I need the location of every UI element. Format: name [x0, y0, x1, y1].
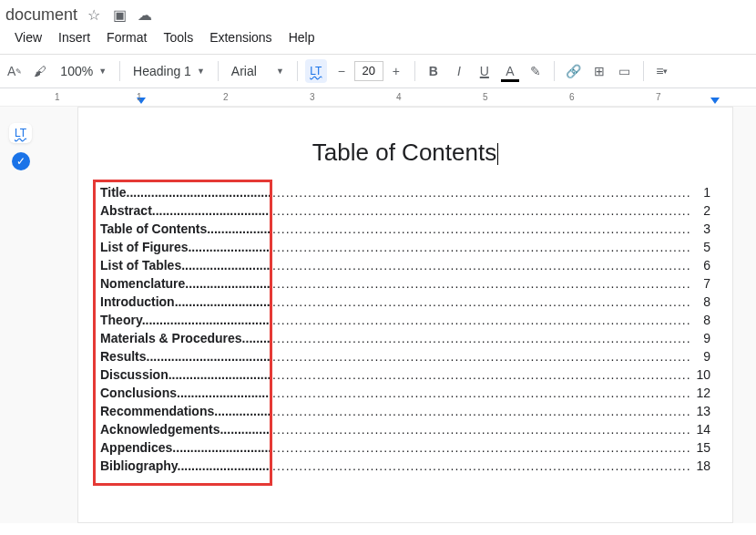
toc-entry-page: 5	[692, 240, 710, 254]
style-select[interactable]: Heading 1▼	[128, 59, 210, 83]
toc-entry-name: Conclusions.............................…	[100, 386, 272, 400]
toc-entry[interactable]: Bibliography............................…	[100, 458, 710, 477]
toc-leader-dots: ........................................…	[272, 240, 692, 254]
toc-entry-page: 3	[692, 221, 710, 236]
ruler-mark: 1	[137, 92, 142, 102]
toc-leader-dots: ........................................…	[272, 349, 692, 364]
toc-entry[interactable]: Title...................................…	[100, 185, 710, 203]
ruler-mark: 7	[656, 92, 661, 102]
align-button[interactable]: ≡ ▾	[651, 59, 673, 83]
toc-entry[interactable]: Recommendations.........................…	[100, 404, 710, 422]
toc-entry[interactable]: List of Figures.........................…	[100, 240, 710, 258]
toc-leader-dots: ........................................…	[272, 203, 692, 218]
font-increase-button[interactable]: +	[385, 59, 407, 83]
bold-button[interactable]: B	[423, 59, 444, 83]
indent-marker-right[interactable]	[710, 98, 720, 104]
move-folder-icon[interactable]: ▣	[110, 6, 128, 24]
comment-button[interactable]: ⊞	[588, 59, 610, 83]
toc-entry-name: Discussion..............................…	[100, 367, 272, 382]
toc-entry-name: Recommendations.........................…	[100, 404, 272, 418]
menu-extensions[interactable]: Extensions	[209, 30, 271, 45]
menu-help[interactable]: Help	[289, 30, 315, 45]
toc-entry-page: 1	[692, 185, 710, 200]
toc-entry-page: 2	[692, 203, 710, 218]
toc-entry-page: 9	[692, 349, 710, 364]
toc-entry-name: Results.................................…	[100, 349, 272, 364]
ruler-mark: 5	[483, 92, 488, 102]
toc-entry[interactable]: Conclusions.............................…	[100, 386, 710, 404]
highlight-button[interactable]: ✎	[525, 59, 547, 83]
ruler-mark: 6	[569, 92, 575, 102]
toc-entry-page: 12	[692, 386, 710, 400]
toc-entry-page: 10	[692, 367, 710, 382]
toc-leader-dots: ........................................…	[272, 221, 692, 236]
spellcheck-icon[interactable]: A✎	[4, 59, 26, 83]
star-icon[interactable]: ☆	[85, 6, 103, 24]
underline-button[interactable]: U	[474, 59, 495, 83]
lt-check-icon[interactable]: ✓	[12, 152, 30, 170]
ruler-mark: 1	[55, 92, 60, 102]
font-decrease-button[interactable]: −	[331, 59, 352, 83]
toc-leader-dots: ........................................…	[272, 422, 692, 437]
page-title[interactable]: Table of Contents	[100, 139, 710, 167]
toc-entry[interactable]: Materials & Procedures..................…	[100, 331, 710, 349]
cloud-icon[interactable]: ☁	[136, 6, 154, 24]
toc-entry-page: 8	[692, 294, 710, 309]
text-color-button[interactable]: A	[499, 59, 521, 83]
toc-entry[interactable]: Introduction............................…	[100, 294, 710, 313]
link-button[interactable]: 🔗	[562, 59, 585, 83]
toc-entry[interactable]: Table of Contents.......................…	[100, 221, 710, 240]
toc-entry[interactable]: Nomenclature............................…	[100, 276, 710, 294]
menu-view[interactable]: View	[15, 30, 42, 45]
toc-entry-name: List of Tables..........................…	[100, 258, 272, 273]
toc-entry[interactable]: Acknowledgements........................…	[100, 422, 710, 440]
toc-entry-name: Appendices..............................…	[100, 440, 272, 455]
toc-entry[interactable]: Discussion..............................…	[100, 367, 710, 386]
toc-entry-name: Abstract................................…	[100, 203, 272, 218]
lt-badge-icon[interactable]: LT	[9, 123, 32, 143]
toc-entry-name: Nomenclature............................…	[100, 276, 272, 291]
text-cursor	[497, 143, 498, 165]
toc-entry-page: 7	[692, 276, 710, 291]
toc-entry-name: Table of Contents.......................…	[100, 221, 272, 236]
menu-insert[interactable]: Insert	[58, 30, 90, 45]
toc-entry[interactable]: Appendices..............................…	[100, 440, 710, 458]
toc-leader-dots: ........................................…	[272, 294, 692, 309]
toc-entry-page: 15	[692, 440, 710, 455]
toc-entry-name: List of Figures.........................…	[100, 240, 272, 254]
paint-format-icon[interactable]: 🖌	[29, 59, 51, 83]
toc-leader-dots: ........................................…	[272, 458, 692, 473]
toc-entry-page: 13	[692, 404, 710, 418]
font-select[interactable]: Arial▼	[226, 59, 290, 83]
menu-format[interactable]: Format	[107, 30, 147, 45]
toc-leader-dots: ........................................…	[272, 258, 692, 273]
document-title[interactable]: document	[5, 5, 77, 25]
toc-entry[interactable]: Results.................................…	[100, 349, 710, 367]
toc-entry-name: Materials & Procedures..................…	[100, 331, 272, 345]
ruler-mark: 2	[223, 92, 229, 102]
toc-leader-dots: ........................................…	[272, 404, 692, 418]
toc-entry-name: Bibliography............................…	[100, 458, 272, 473]
ruler[interactable]: 11234567	[0, 88, 756, 107]
toc-entry[interactable]: List of Tables..........................…	[100, 258, 710, 276]
toc-leader-dots: ........................................…	[272, 386, 692, 400]
document-page[interactable]: Table of Contents Title.................…	[77, 107, 733, 523]
languagetool-icon[interactable]: LT	[305, 59, 327, 83]
menu-tools[interactable]: Tools	[163, 30, 193, 45]
toc-entry[interactable]: Abstract................................…	[100, 203, 710, 221]
toc-leader-dots: ........................................…	[272, 313, 692, 327]
menu-bar: View Insert Format Tools Extensions Help	[0, 26, 756, 54]
toc-entry[interactable]: Theory..................................…	[100, 313, 710, 331]
workspace: LT ✓ Table of Contents Title............…	[0, 107, 756, 523]
italic-button[interactable]: I	[448, 59, 470, 83]
toc-leader-dots: ........................................…	[272, 185, 692, 200]
table-of-contents[interactable]: Title...................................…	[100, 185, 710, 477]
image-button[interactable]: ▭	[614, 59, 636, 83]
ruler-mark: 4	[396, 92, 402, 102]
toc-entry-page: 6	[692, 258, 710, 273]
toolbar: A✎ 🖌 100%▼ Heading 1▼ Arial▼ LT − 20 + B…	[0, 54, 756, 88]
font-size-input[interactable]: 20	[354, 61, 383, 81]
toc-entry-page: 9	[692, 331, 710, 345]
toc-leader-dots: ........................................…	[272, 367, 692, 382]
zoom-select[interactable]: 100%▼	[55, 59, 112, 83]
